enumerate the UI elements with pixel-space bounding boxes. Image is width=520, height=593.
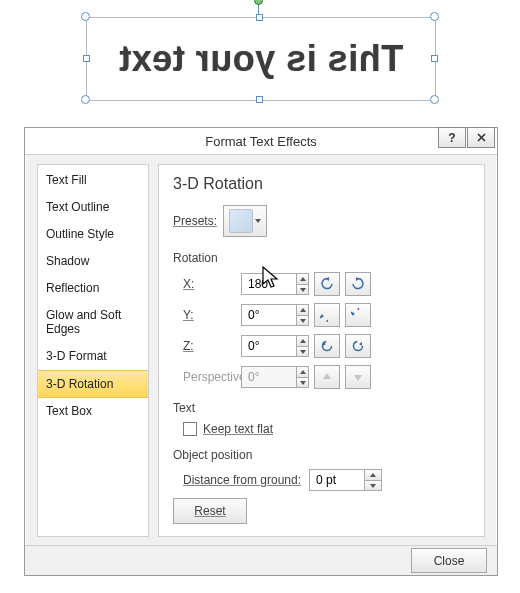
rotation-panel: 3-D Rotation Presets: Rotation X:	[158, 164, 485, 537]
spinner-down-button[interactable]	[297, 285, 308, 295]
chevron-down-icon	[255, 219, 261, 223]
panel-heading: 3-D Rotation	[173, 175, 472, 193]
perspective-wide-button	[345, 365, 371, 389]
rotation-z-spinner[interactable]	[241, 335, 309, 357]
sidebar-item-text-outline[interactable]: Text Outline	[38, 194, 148, 221]
text-box-frame[interactable]: This is your text	[86, 17, 436, 101]
perspective-narrow-button	[314, 365, 340, 389]
close-x-button[interactable]	[467, 127, 495, 148]
rotate-right-icon	[351, 277, 365, 291]
chevron-down-icon	[300, 350, 306, 354]
spinner-down-button	[297, 378, 308, 388]
rotation-x-label: X:	[183, 277, 241, 291]
object-position-group-label: Object position	[173, 448, 472, 462]
sidebar-item-3d-rotation[interactable]: 3-D Rotation	[38, 370, 148, 398]
spinner-up-button	[297, 367, 308, 378]
chevron-up-icon	[300, 370, 306, 374]
sidebar-item-shadow[interactable]: Shadow	[38, 248, 148, 275]
dialog-title: Format Text Effects	[25, 134, 497, 149]
rotation-group-label: Rotation	[173, 251, 472, 265]
rotate-down-icon	[351, 308, 365, 322]
sidebar-item-label: 3-D Format	[46, 349, 107, 363]
chevron-down-icon	[300, 381, 306, 385]
rotation-x-input[interactable]	[241, 273, 296, 295]
sidebar-item-reflection[interactable]: Reflection	[38, 275, 148, 302]
dialog-titlebar[interactable]: Format Text Effects ?	[25, 128, 497, 155]
arrow-up-icon	[321, 371, 333, 383]
perspective-input	[241, 366, 296, 388]
help-icon: ?	[448, 131, 455, 145]
rotation-z-label: Z:	[183, 339, 241, 353]
resize-handle-w[interactable]	[83, 55, 90, 62]
keep-text-flat-checkbox[interactable]: Keep text flat	[183, 422, 472, 436]
presets-dropdown[interactable]	[223, 205, 267, 237]
resize-handle-n[interactable]	[256, 14, 263, 21]
chevron-up-icon	[300, 339, 306, 343]
sidebar-item-label: Reflection	[46, 281, 99, 295]
text-box-content: This is your text	[87, 18, 435, 100]
resize-handle-s[interactable]	[256, 96, 263, 103]
sidebar-item-label: Text Box	[46, 404, 92, 418]
distance-spinner[interactable]	[309, 469, 382, 491]
rotate-left-icon	[320, 277, 334, 291]
chevron-down-icon	[370, 484, 376, 488]
rotation-x-spinner[interactable]	[241, 273, 309, 295]
reset-label: Reset	[194, 504, 225, 518]
chevron-up-icon	[300, 277, 306, 281]
resize-handle-sw[interactable]	[81, 95, 90, 104]
text-group-label: Text	[173, 401, 472, 415]
chevron-down-icon	[300, 319, 306, 323]
rotation-z-input[interactable]	[241, 335, 296, 357]
rotate-z-cw-button[interactable]	[345, 334, 371, 358]
chevron-up-icon	[370, 473, 376, 477]
rotation-y-label: Y:	[183, 308, 241, 322]
spinner-down-button[interactable]	[365, 481, 381, 491]
resize-handle-nw[interactable]	[81, 12, 90, 21]
dialog-footer: Close	[25, 545, 497, 575]
spinner-down-button[interactable]	[297, 347, 308, 357]
preset-swatch-icon	[229, 209, 253, 233]
distance-label: Distance from ground:	[183, 473, 301, 487]
perspective-label: Perspective:	[183, 370, 241, 384]
rotate-y-down-button[interactable]	[345, 303, 371, 327]
sidebar-item-label: Text Outline	[46, 200, 109, 214]
rotate-y-up-button[interactable]	[314, 303, 340, 327]
rotate-ccw-icon	[320, 339, 334, 353]
sidebar-item-text-fill[interactable]: Text Fill	[38, 167, 148, 194]
rotate-z-ccw-button[interactable]	[314, 334, 340, 358]
reset-button[interactable]: Reset	[173, 498, 247, 524]
close-label: Close	[434, 554, 465, 568]
distance-input[interactable]	[309, 469, 364, 491]
rotation-handle[interactable]	[254, 0, 263, 5]
spinner-up-button[interactable]	[365, 470, 381, 481]
spinner-down-button[interactable]	[297, 316, 308, 326]
rotation-y-input[interactable]	[241, 304, 296, 326]
sidebar-item-label: Shadow	[46, 254, 89, 268]
resize-handle-ne[interactable]	[430, 12, 439, 21]
spinner-up-button[interactable]	[297, 305, 308, 316]
rotate-x-left-button[interactable]	[314, 272, 340, 296]
sidebar-item-glow[interactable]: Glow and Soft Edges	[38, 302, 148, 343]
canvas: This is your text Format Text Effects ? …	[0, 0, 520, 593]
sidebar-item-label: 3-D Rotation	[46, 377, 113, 391]
sidebar-item-label: Text Fill	[46, 173, 87, 187]
resize-handle-se[interactable]	[430, 95, 439, 104]
rotate-cw-icon	[351, 339, 365, 353]
sidebar-item-outline-style[interactable]: Outline Style	[38, 221, 148, 248]
format-text-effects-dialog: Format Text Effects ? Text Fill Text Out…	[24, 127, 498, 576]
chevron-up-icon	[300, 308, 306, 312]
spinner-up-button[interactable]	[297, 274, 308, 285]
sidebar-item-text-box[interactable]: Text Box	[38, 398, 148, 425]
rotation-y-spinner[interactable]	[241, 304, 309, 326]
help-button[interactable]: ?	[438, 127, 466, 148]
close-icon	[477, 133, 486, 142]
rotate-x-right-button[interactable]	[345, 272, 371, 296]
close-button[interactable]: Close	[411, 548, 487, 573]
sidebar-item-3d-format[interactable]: 3-D Format	[38, 343, 148, 370]
perspective-spinner	[241, 366, 309, 388]
resize-handle-e[interactable]	[431, 55, 438, 62]
arrow-down-icon	[352, 371, 364, 383]
chevron-down-icon	[300, 288, 306, 292]
keep-text-flat-label: Keep text flat	[203, 422, 273, 436]
spinner-up-button[interactable]	[297, 336, 308, 347]
